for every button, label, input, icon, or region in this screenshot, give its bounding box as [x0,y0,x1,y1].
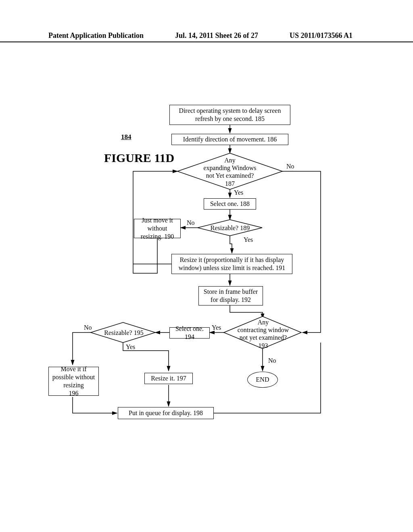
box-197-resize-it: Resize it. 197 [144,373,193,384]
label-195-yes: Yes [126,343,135,351]
header-left: Patent Application Publication [48,31,144,40]
box-190-move-without-resize: Just move it without resizing. 190 [134,219,181,238]
label-193-no: No [268,357,276,364]
box-191-resize-proportional: Resize it (proportionally if it has disp… [171,254,292,274]
terminator-end: END [247,372,278,388]
diamond-193-label: Any contracting window not yet examined?… [234,318,292,349]
figure-number: 184 [121,133,131,141]
label-187-yes: Yes [234,189,243,196]
diamond-189-label: Resizable? 189 [207,224,253,232]
header-right: US 2011/0173566 A1 [290,31,353,40]
label-187-no: No [286,163,294,170]
box-188-select-one: Select one. 188 [204,198,256,210]
box-198-put-in-queue: Put in queue for display. 198 [118,407,214,419]
label-195-no: No [84,324,92,331]
page-header: Patent Application Publication Jul. 14, … [0,31,413,42]
box-194-select-one: Select one. 194 [169,327,210,339]
header-mid: Jul. 14, 2011 Sheet 26 of 27 [175,31,258,40]
diamond-195-label: Resizable? 195 [102,329,146,337]
figure-title: FIGURE 11D [104,151,174,165]
box-192-store-frame-buffer: Store in frame buffer for display. 192 [198,286,263,305]
diamond-187-label: Any expanding Windows not Yet examined? … [202,156,258,187]
box-196-move-if-possible: Move it if possible without resizing 196 [48,367,99,396]
box-185-delay-refresh: Direct operating system to delay screen … [169,105,290,125]
label-189-no: No [187,219,195,227]
box-186-identify-direction: Identify direction of movement. 186 [171,134,288,145]
label-193-yes: Yes [212,324,221,331]
label-189-yes: Yes [244,236,253,243]
